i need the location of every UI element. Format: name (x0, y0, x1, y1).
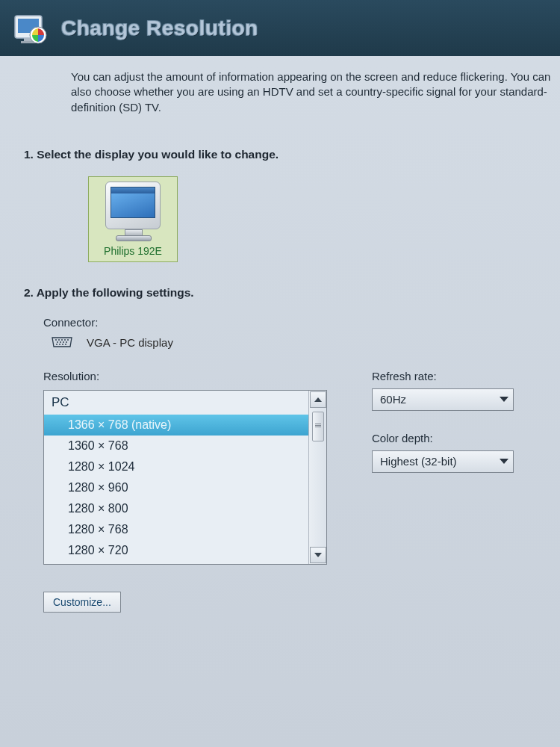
resolution-list-inner: PC 1366 × 768 (native) 1360 × 768 1280 ×… (44, 391, 308, 564)
svg-point-15 (59, 344, 60, 345)
connector-label: Connector: (43, 316, 560, 329)
resolution-option[interactable]: 1280 × 720 (44, 540, 308, 561)
refresh-rate-label: Refresh rate: (372, 370, 514, 382)
svg-point-9 (67, 339, 69, 341)
color-depth-dropdown[interactable]: Highest (32-bit) (372, 450, 514, 473)
display-name-label: Philips 192E (104, 245, 162, 257)
section1-title: 1. Select the display you would like to … (0, 137, 560, 172)
display-tile[interactable]: Philips 192E (88, 176, 178, 262)
svg-point-5 (55, 339, 57, 341)
chevron-down-icon (500, 459, 508, 464)
settings-area: Connector: VGA - PC display Resolution: … (0, 310, 560, 613)
svg-point-12 (63, 341, 64, 343)
connector-row: VGA - PC display (43, 336, 560, 349)
svg-point-10 (57, 341, 58, 343)
resolution-option[interactable]: 1280 × 768 (44, 519, 308, 540)
resolution-group-header: PC (44, 391, 308, 415)
resolution-listbox[interactable]: PC 1366 × 768 (native) 1360 × 768 1280 ×… (43, 390, 327, 565)
display-selection-row: Philips 192E (0, 172, 560, 276)
connector-value: VGA - PC display (87, 336, 173, 349)
customize-button[interactable]: Customize... (43, 592, 121, 613)
svg-point-14 (56, 344, 57, 345)
resolution-option[interactable]: 1280 × 1024 (44, 456, 308, 477)
svg-point-13 (66, 341, 67, 343)
vga-port-icon (51, 337, 73, 347)
resolution-label: Resolution: (43, 370, 327, 382)
svg-point-16 (62, 344, 63, 345)
chevron-down-icon (500, 397, 508, 402)
resolution-option[interactable]: 1366 × 768 (native) (44, 415, 308, 436)
resolution-option[interactable]: 1280 × 800 (44, 498, 308, 519)
monitor-icon (102, 182, 164, 241)
resolution-option[interactable]: 1280 × 960 (44, 477, 308, 498)
section2-title: 2. Apply the following settings. (0, 276, 560, 310)
header-bar: Change Resolution (0, 0, 560, 56)
color-depth-label: Color depth: (372, 432, 514, 444)
scroll-up-button[interactable] (310, 391, 326, 408)
display-settings-icon (13, 11, 48, 46)
svg-point-8 (64, 339, 66, 341)
scroll-down-button[interactable] (310, 547, 326, 563)
svg-point-7 (61, 339, 63, 341)
color-depth-value: Highest (32-bit) (380, 455, 457, 468)
refresh-rate-value: 60Hz (380, 393, 406, 406)
svg-point-17 (65, 344, 66, 345)
refresh-rate-dropdown[interactable]: 60Hz (372, 388, 514, 411)
intro-text: You can adjust the amount of information… (0, 56, 560, 137)
scroll-thumb[interactable] (312, 412, 324, 441)
resolution-option[interactable]: 1360 × 768 (44, 436, 308, 456)
scrollbar[interactable] (308, 391, 326, 564)
svg-point-6 (58, 339, 60, 341)
svg-point-11 (60, 341, 61, 343)
page-title: Change Resolution (61, 16, 258, 40)
